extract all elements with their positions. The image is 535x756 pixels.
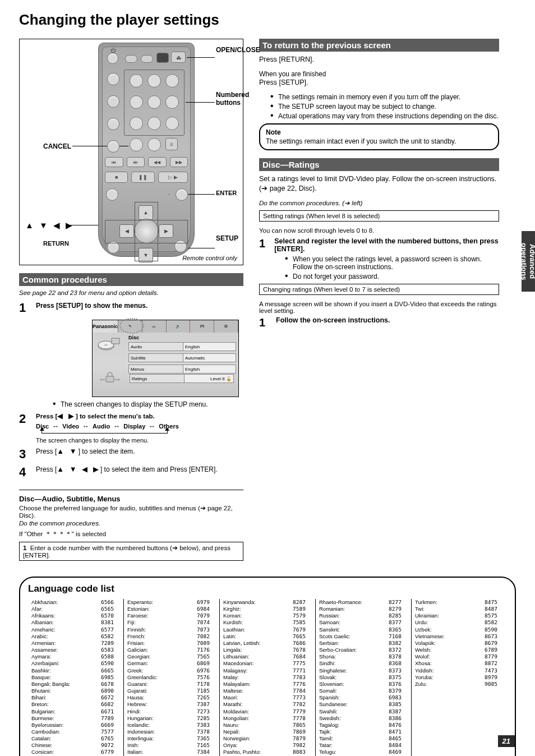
lang-row: Malayalam:7776 [223, 681, 312, 688]
osd-tab-others[interactable]: ⊞ [214, 320, 238, 333]
num-0[interactable] [147, 138, 161, 151]
lang-name: Catalan: [31, 735, 101, 742]
osd-tab-brand: Panasonic [93, 320, 118, 333]
lang-row: Norwegian:7879 [223, 735, 312, 742]
lang-code: 8378 [389, 653, 408, 660]
lang-name: Esperanto: [127, 599, 197, 606]
lang-row: Corsican:6779 [31, 749, 120, 755]
skip-back-button[interactable]: ⏮ [105, 157, 123, 167]
num-2[interactable] [147, 74, 161, 87]
small-btn-1[interactable] [107, 73, 119, 85]
ffwd-button[interactable]: ▶▶ [170, 157, 188, 167]
lang-row: Gujarati:7185 [127, 688, 216, 694]
lang-col-2: Kinyarwanda:8287Kirghiz:7589Korean:7579K… [220, 599, 316, 756]
osd-tab-display[interactable]: 🎮 [190, 320, 214, 333]
lang-code: 7576 [197, 674, 216, 681]
lang-name: Malayalam: [223, 681, 293, 688]
lang-code: 6890 [101, 688, 120, 694]
lang-code: 8487 [485, 606, 504, 612]
lang-row: Russian:8285 [319, 612, 408, 619]
ratings-step1-num: 1 [259, 237, 270, 253]
small-btn-2[interactable] [107, 95, 119, 108]
lang-code: 6590 [101, 660, 120, 667]
osd-tab-audio[interactable]: 🔊 [167, 320, 191, 333]
lang-row: Georgian:7565 [127, 653, 216, 660]
num-8[interactable] [147, 117, 161, 130]
osd-row-subtitle[interactable]: SubtitleAutomatic [128, 353, 236, 362]
lang-name: Samoan: [319, 619, 389, 626]
unlock-icon: 🔓 [226, 376, 232, 381]
num-9[interactable] [165, 117, 179, 130]
lang-row: German:6869 [127, 660, 216, 667]
lang-name: Malay: [223, 674, 293, 681]
memory-note-box: Note The settings remain intact even if … [259, 123, 499, 150]
lang-name: Afrikaans: [31, 612, 101, 619]
lang-name: Swedish: [319, 715, 389, 722]
callout-arrows: ▲ ▼ ◀ ▶ [25, 220, 74, 231]
power-button[interactable]: ⏻ [107, 53, 118, 64]
lang-row: Faroese:7079 [127, 612, 216, 619]
lang-row: Irish:7165 [127, 742, 216, 749]
lang-name: Bhutani: [31, 688, 101, 694]
lang-name: Bashkir: [31, 667, 101, 674]
lang-row: Abkhazian:6566 [31, 599, 120, 606]
num-10[interactable] [130, 138, 143, 151]
skip-fwd-button[interactable]: ⏭ [127, 157, 145, 167]
small-btn-4[interactable] [107, 140, 119, 153]
osd-tab-video[interactable]: ▭ [142, 320, 167, 333]
lang-columns: Abkhazian:6566Afar:6565Afrikaans:6570Alb… [28, 599, 507, 756]
osd-row-ratings[interactable]: Ratings Level 8 🔓 [130, 374, 234, 383]
return-bullets: The settings remain in memory even if yo… [259, 93, 499, 120]
num-6[interactable] [165, 95, 179, 109]
row3-btn-1[interactable] [106, 188, 118, 201]
num-3[interactable] [165, 74, 179, 87]
lang-row: Tatar:8484 [319, 742, 408, 749]
lang-code: 6779 [101, 749, 120, 755]
lang-row: Zulu:9085 [415, 681, 504, 688]
small-btn-3[interactable] [107, 118, 119, 130]
bullet-setup-note: The screen changes to display the SETUP … [53, 400, 243, 408]
stop-button[interactable]: ■ [105, 172, 128, 183]
top-pill-2[interactable] [141, 55, 153, 63]
lang-code: 7778 [293, 715, 312, 722]
lang-row: Bihari:6672 [31, 694, 120, 701]
lang-row: Kurdish:7585 [223, 619, 312, 626]
lang-row: Yoruba:8979 [415, 674, 504, 681]
osd-row-menus[interactable]: MenusEnglish [128, 365, 236, 374]
lang-code: 6869 [197, 660, 216, 667]
h-button[interactable]: ≥ [165, 138, 178, 150]
step-1-text: Press [SETUP] to show the menus. [36, 302, 147, 315]
play-button[interactable]: ▷ ▶ [158, 172, 188, 183]
top-pill-1[interactable] [125, 55, 137, 63]
lang-row: Sundanese:8385 [319, 701, 408, 708]
lang-code: 7784 [293, 688, 312, 694]
num-4[interactable] [130, 95, 143, 109]
disc-text: Choose the preferred language for audio,… [19, 505, 198, 511]
num-1[interactable] [130, 74, 143, 87]
top-rect-dark[interactable] [156, 53, 169, 63]
lang-code: 6984 [197, 606, 216, 612]
num-5[interactable] [147, 95, 161, 109]
lang-name: Tatar: [319, 742, 389, 749]
lang-code: 6985 [101, 674, 120, 681]
ratings-bar: Disc—Ratings [259, 158, 499, 171]
lang-code: 8872 [485, 660, 504, 667]
lang-code: 7176 [197, 647, 216, 653]
lang-name: Abkhazian: [31, 599, 101, 606]
lang-name: Indonesian: [127, 729, 197, 735]
return-bullet-1: The settings remain in memory even if yo… [270, 93, 499, 101]
lang-code: 7589 [293, 606, 312, 612]
lang-code: 7089 [197, 640, 216, 647]
pause-button[interactable]: ❚❚ [131, 172, 154, 183]
lang-code: 6789 [485, 647, 504, 653]
lang-row: Estonian:6984 [127, 606, 216, 612]
osd-row-audio[interactable]: AudioEnglish [128, 342, 236, 351]
lang-code: 8673 [485, 633, 504, 640]
eject-button[interactable]: ⏏ [171, 52, 186, 63]
num-7[interactable] [130, 117, 143, 130]
lang-code: 7378 [197, 729, 216, 735]
row3-btn-2[interactable] [176, 188, 188, 201]
ratings-scroll: You can now scroll through levels 0 to 8… [259, 227, 499, 234]
rewind-button[interactable]: ◀◀ [148, 157, 167, 167]
lang-name: Sindhi: [319, 660, 389, 667]
